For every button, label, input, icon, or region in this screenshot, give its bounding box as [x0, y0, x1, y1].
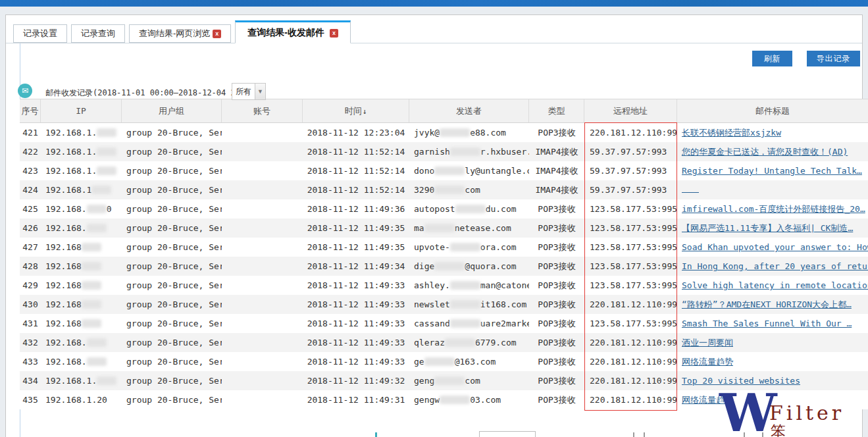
cell-text: 6779.com	[475, 338, 517, 347]
cell-text: 2018-11-12 11:49:34	[307, 261, 405, 271]
column-header-type[interactable]: 类型	[529, 99, 584, 122]
email-title-link[interactable]: 网络流量趋势	[682, 357, 733, 367]
table-row[interactable]: 427192.168group 20-Bruce, Serv…2018-11-1…	[20, 238, 868, 257]
cell-text: 2018-11-12 11:49:35	[307, 242, 405, 252]
tab-record-settings[interactable]: 记录设置	[13, 24, 67, 43]
cell-text: upvote-	[414, 242, 450, 252]
table-row[interactable]: 421192.168.1.group 20-Bruce, Serv…2018-1…	[20, 123, 868, 142]
cell-account	[222, 352, 303, 371]
cell-account	[222, 123, 303, 142]
column-header-title[interactable]: 邮件标题	[677, 99, 868, 122]
cell-text: 423	[22, 166, 38, 176]
cell-ip: 192.168.	[41, 352, 122, 371]
censored-text	[87, 224, 107, 232]
table-row[interactable]: 425192.168.0group 20-Bruce, Serv…2018-11…	[20, 199, 868, 218]
table-row[interactable]: 428192.168group 20-Bruce, Serv…2018-11-1…	[20, 257, 868, 276]
email-title-link[interactable]: 【网易严选11.11专享】入冬福利| CK制造…	[682, 223, 853, 233]
email-title-link[interactable]: Solve high latency in remote locations…	[682, 280, 868, 290]
censored-text	[82, 300, 101, 309]
cell-title: 【网易严选11.11专享】入冬福利| CK制造…	[677, 218, 868, 238]
email-title-link[interactable]: imfirewall.com-百度统计外部链接报告_20…	[682, 204, 865, 214]
column-header-group[interactable]: 用户组	[122, 99, 222, 122]
table-row[interactable]: 426192.168.group 20-Bruce, Serv…2018-11-…	[20, 218, 868, 238]
last-page-icon[interactable]	[744, 432, 745, 437]
first-page-icon[interactable]	[375, 432, 377, 437]
column-header-ip[interactable]: IP	[41, 99, 122, 122]
cell-text: POP3接收	[538, 338, 575, 347]
close-tab-icon[interactable]: x	[330, 29, 338, 38]
cell-text: group 20-Bruce, Serv…	[126, 280, 222, 290]
cell-remote: 123.58.177.53:995	[584, 276, 677, 295]
table-row[interactable]: 424192.168.1group 20-Bruce, Serv…2018-11…	[20, 180, 868, 199]
table-row[interactable]: 431192.168group 20-Bruce, Serv…2018-11-1…	[20, 314, 868, 333]
cell-text: 2018-11-12 11:49:32	[307, 376, 405, 386]
next-page-icon[interactable]	[644, 432, 645, 437]
cell-text: group 20-Bruce, Serv…	[126, 261, 222, 271]
email-title-link[interactable]: Register Today! Untangle Tech Talk…	[682, 166, 862, 176]
cell-text: 2018-11-12 11:49:36	[307, 204, 405, 214]
column-header-remote[interactable]: 远程地址	[584, 99, 677, 122]
table-row[interactable]: 434192.168.1.group 20-Bruce, Serv…2018-1…	[20, 371, 868, 390]
tab-result-web-browsing[interactable]: 查询结果-网页浏览x	[129, 24, 231, 43]
page-number-input[interactable]	[479, 431, 536, 437]
cell-text: ge	[414, 357, 424, 367]
email-title-link[interactable]: 您的华夏金卡已送达，请您及时查收！(AD)	[682, 147, 848, 157]
export-records-button[interactable]: 导出记录	[807, 51, 860, 66]
cell-time: 2018-11-12 11:49:35	[303, 238, 409, 257]
censored-text	[440, 396, 470, 404]
email-title-link[interactable]: “路转粉”？AMD在NEXT HORIZON大会上都…	[682, 299, 852, 309]
email-title-link[interactable]: Top 20 visited websites	[682, 376, 800, 386]
table-row[interactable]: 432192.168.group 20-Bruce, Serv…2018-11-…	[20, 333, 868, 352]
cell-no: 422	[20, 142, 41, 161]
email-title-link[interactable]: 长联不锈钢经营部xsjzkw	[682, 128, 781, 138]
email-title-link[interactable]: 网络流量趋势	[682, 395, 733, 405]
cell-group: group 20-Bruce, Serv…	[122, 333, 222, 352]
cell-text: POP3接收	[538, 319, 575, 328]
table-row[interactable]: 433192.168.group 20-Bruce, Serv…2018-11-…	[20, 352, 868, 371]
cell-remote: 123.58.177.53:995	[584, 238, 677, 257]
refresh-button[interactable]: 刷新	[752, 51, 792, 66]
table-row[interactable]: 422192.168.1.group 20-Bruce, Serv…2018-1…	[20, 142, 868, 161]
column-header-time[interactable]: 时间↓	[303, 99, 409, 122]
last-page-icon[interactable]	[762, 432, 763, 437]
email-title-link[interactable]: Soad Khan upvoted your answer to: How …	[682, 242, 868, 252]
tab-result-emails[interactable]: 查询结果-收发邮件 x	[235, 20, 351, 43]
next-page-icon[interactable]	[633, 432, 634, 437]
censored-text	[82, 319, 101, 328]
cell-text: 220.181.12.110:995	[590, 128, 677, 138]
column-label: 发送者	[456, 106, 482, 116]
table-row[interactable]: 423192.168.1.group 20-Bruce, Serv…2018-1…	[20, 161, 868, 180]
cell-type: IMAP4接收	[529, 142, 584, 161]
table-row[interactable]: 430192.168group 20-Bruce, Serv…2018-11-1…	[20, 295, 868, 314]
cell-text: 59.37.97.57:993	[590, 147, 667, 157]
email-title-link[interactable]	[682, 186, 699, 193]
table-row[interactable]: 429192.168group 20-Bruce, Serv…2018-11-1…	[20, 276, 868, 295]
cell-text: group 20-Bruce, Serv…	[126, 223, 222, 233]
cell-text: 220.181.12.110:995	[590, 376, 677, 386]
censored-text	[434, 167, 465, 175]
cell-remote: 123.58.177.53:995	[584, 257, 677, 276]
column-header-sender[interactable]: 发送者	[409, 99, 529, 122]
email-title-link[interactable]: 酒业一周要闻	[682, 338, 733, 347]
cell-text: @163.com	[455, 357, 496, 367]
email-title-link[interactable]: In Hong Kong, after 20 years of return…	[682, 261, 868, 271]
table-header-row: 序号IP用户组账号时间↓发送者类型远程地址邮件标题	[20, 99, 868, 123]
cell-time: 2018-11-12 11:49:32	[303, 371, 409, 390]
column-header-no[interactable]: 序号	[20, 99, 41, 122]
cell-text: POP3接收	[538, 242, 575, 252]
column-header-account[interactable]: 账号	[222, 99, 303, 122]
cell-text: ly@untangle.com	[465, 166, 529, 176]
cell-text: @quora.com	[465, 261, 516, 271]
tab-record-query[interactable]: 记录查询	[71, 24, 125, 43]
cell-text: IMAP4接收	[535, 185, 578, 195]
cell-text: qleraz	[414, 338, 445, 347]
type-filter-dropdown[interactable]: 所有 ▼	[232, 83, 266, 100]
close-tab-icon[interactable]: x	[213, 30, 221, 38]
cell-text: autopost	[414, 204, 455, 214]
cell-title: “路转粉”？AMD在NEXT HORIZON大会上都…	[677, 295, 868, 314]
table-row[interactable]: 435192.168.1.20group 20-Bruce, Serv…2018…	[20, 390, 868, 409]
chevron-down-icon[interactable]: ▼	[255, 84, 265, 99]
cell-text: 2018-11-12 11:49:33	[307, 280, 405, 290]
email-title-link[interactable]: Smash The Sales Funnel With Our …	[682, 319, 852, 328]
cell-type: POP3接收	[529, 276, 584, 295]
